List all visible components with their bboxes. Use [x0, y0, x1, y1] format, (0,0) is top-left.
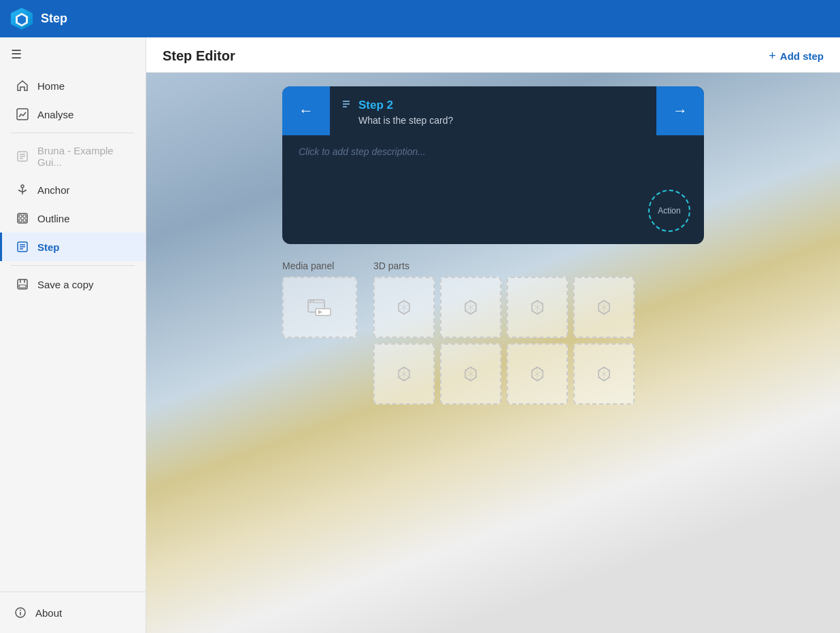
part-box-6[interactable] — [440, 343, 501, 405]
topbar: Step — [0, 0, 840, 37]
step-card: ← — [282, 86, 704, 244]
part-box-8[interactable] — [573, 343, 635, 405]
part-box-3[interactable] — [507, 277, 568, 338]
app-logo — [11, 8, 33, 30]
plus-icon: + — [769, 49, 776, 63]
part-icon-4 — [594, 298, 614, 317]
sidebar-label-about: About — [35, 607, 62, 619]
svg-rect-23 — [19, 285, 26, 288]
app-title: Step — [41, 12, 67, 26]
guide-icon — [16, 150, 29, 163]
sidebar-item-step[interactable]: Step — [0, 233, 146, 261]
part-box-1[interactable] — [373, 277, 435, 338]
svg-rect-15 — [23, 219, 26, 222]
media-panel-icon — [307, 297, 332, 318]
sidebar-item-about[interactable]: About — [14, 600, 132, 625]
svg-rect-14 — [19, 219, 22, 222]
part-icon-7 — [528, 364, 547, 383]
hamburger-button[interactable]: ☰ — [11, 47, 135, 62]
svg-rect-2 — [17, 109, 28, 120]
svg-point-26 — [20, 610, 21, 611]
sidebar-bottom: About — [0, 592, 146, 633]
prev-step-button[interactable]: ← — [282, 86, 330, 135]
step-title-row: Step 2 — [341, 99, 645, 112]
sidebar-item-anchor[interactable]: Anchor — [0, 175, 146, 204]
sidebar-item-analyse[interactable]: Analyse — [0, 100, 146, 129]
media-panel-section: Media panel — [282, 260, 357, 405]
sidebar-top: ☰ — [0, 37, 146, 71]
svg-point-7 — [21, 185, 24, 188]
part-box-5[interactable] — [373, 343, 435, 405]
parts-panel-section: 3D parts — [373, 260, 635, 405]
outline-icon — [16, 211, 29, 225]
step-subtitle: What is the step card? — [341, 115, 645, 126]
part-icon-5 — [394, 364, 414, 383]
sidebar-nav: Home Analyse — [0, 71, 146, 592]
sidebar: ☰ Home Analyse — [0, 37, 146, 633]
step-icon — [16, 240, 29, 254]
svg-rect-12 — [19, 215, 22, 218]
prev-icon: ← — [299, 102, 314, 120]
list-icon — [341, 99, 352, 112]
svg-rect-33 — [316, 309, 331, 315]
step-name: Step 2 — [358, 99, 393, 112]
sidebar-label-home: Home — [37, 80, 65, 92]
panels-area: Media panel — [282, 260, 704, 405]
part-box-4[interactable] — [573, 277, 635, 338]
sidebar-item-guide: Bruna - Example Gui... — [0, 137, 146, 175]
description-placeholder: Click to add step description... — [299, 146, 426, 157]
part-icon-3 — [528, 298, 547, 317]
part-icon-8 — [594, 364, 614, 383]
sidebar-divider-2 — [11, 265, 135, 266]
part-icon-2 — [461, 298, 480, 317]
step-description-area[interactable]: Click to add step description... — [282, 135, 704, 244]
main-layout: ☰ Home Analyse — [0, 37, 840, 633]
action-button[interactable]: Action — [648, 190, 690, 232]
editor-canvas: ← — [146, 73, 840, 633]
analyse-icon — [16, 107, 29, 121]
media-panel-label: Media panel — [282, 260, 357, 271]
part-box-2[interactable] — [440, 277, 501, 338]
part-box-7[interactable] — [507, 343, 568, 405]
sidebar-label-outline: Outline — [37, 213, 70, 224]
sidebar-item-outline[interactable]: Outline — [0, 204, 146, 233]
sidebar-label-save-copy: Save a copy — [37, 279, 94, 290]
part-icon-6 — [461, 364, 480, 383]
step-card-header: ← — [282, 86, 704, 135]
next-icon: → — [673, 102, 688, 120]
sidebar-label-analyse: Analyse — [37, 109, 73, 120]
step-title-area: Step 2 What is the step card? — [330, 86, 656, 135]
parts-grid — [373, 277, 635, 405]
svg-point-32 — [313, 301, 314, 302]
svg-point-31 — [310, 301, 312, 302]
sidebar-item-home[interactable]: Home — [0, 71, 146, 100]
sidebar-label-guide: Bruna - Example Gui... — [37, 145, 132, 168]
canvas-background: ← — [146, 73, 840, 633]
parts-panel-label: 3D parts — [373, 260, 635, 271]
info-icon — [14, 606, 27, 619]
sidebar-divider-1 — [11, 133, 135, 133]
editor-header: Step Editor + Add step — [146, 37, 840, 73]
add-step-button[interactable]: + Add step — [769, 49, 824, 63]
editor-title: Step Editor — [163, 48, 235, 64]
add-step-label: Add step — [780, 50, 824, 62]
save-icon — [16, 277, 29, 291]
home-icon — [16, 79, 29, 92]
content-area: Step Editor + Add step ← — [146, 37, 840, 633]
sidebar-label-step: Step — [37, 241, 60, 253]
anchor-icon — [16, 183, 29, 196]
sidebar-label-anchor: Anchor — [37, 184, 70, 196]
action-label: Action — [658, 206, 680, 216]
next-step-button[interactable]: → — [656, 86, 704, 135]
svg-rect-13 — [23, 215, 26, 218]
sidebar-item-save-copy[interactable]: Save a copy — [0, 270, 146, 298]
media-panel-box[interactable] — [282, 277, 357, 338]
part-icon-1 — [394, 298, 414, 317]
